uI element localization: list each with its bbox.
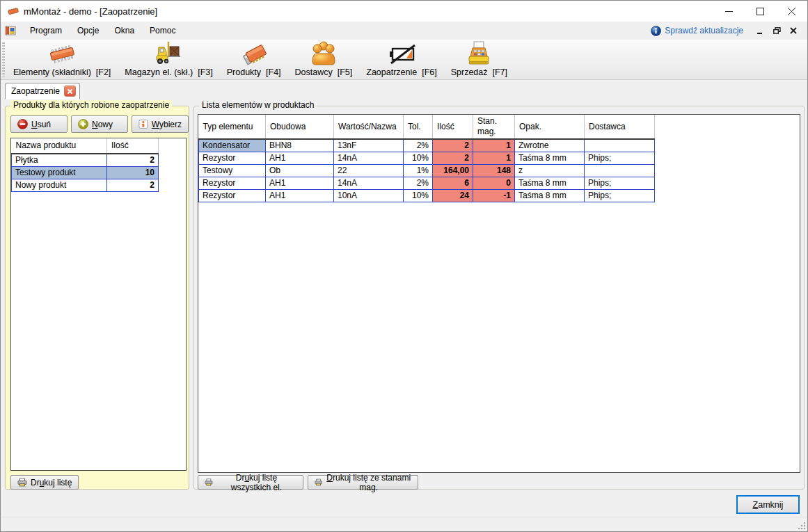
element-wartosc-cell[interactable]: 10nA [334,189,404,202]
element-tol-cell[interactable]: 2% [404,177,433,189]
choose-product-button[interactable]: Wybierz [132,115,189,133]
pcb-card-icon [239,42,269,67]
print-with-stock-button[interactable]: Drukuj listę ze stanami mag. [308,475,418,490]
element-ilosc-cell[interactable]: 164,00 [433,164,473,177]
element-ilosc-cell[interactable]: 6 [433,177,473,189]
battery-slash-icon [386,42,418,66]
element-wartosc-cell[interactable]: 13nF [334,139,404,152]
element-wartosc-cell[interactable]: 14nA [334,177,404,189]
element-typ-cell[interactable]: Rezystor [199,152,266,164]
element-opak-cell[interactable]: Taśma 8 mm [515,152,585,164]
product-name-cell[interactable]: Płytka [12,154,107,166]
printer-icon [17,478,27,487]
element-stan-cell[interactable]: 1 [473,152,515,164]
element-dostawca-cell[interactable]: Phips; [585,177,655,189]
element-dostawca-cell[interactable] [585,164,655,177]
menu-pomoc[interactable]: Pomoc [142,23,183,38]
minimize-button[interactable] [713,1,745,22]
menu-bar: Program Opcje Okna Pomoc Sprawdź aktuali… [1,22,807,40]
element-stan-cell[interactable]: 0 [473,177,515,189]
toolbar-magazyn[interactable]: Magazyn el. (skł.) [F3] [118,40,219,79]
print-all-elements-button[interactable]: Drukuj listę wszystkich el. [198,475,303,490]
element-stan-cell[interactable]: 148 [473,164,515,177]
element-dostawca-cell[interactable]: Phips; [585,152,655,164]
toolbar-zaopatrzenie[interactable]: Zaopatrzenie [F6] [359,40,443,79]
element-row[interactable]: Rezystor AH1 10nA 10% 24 -1 Taśma 8 mm P… [199,189,655,202]
products-panel-title: Produkty dla których robione zaopatrzeni… [10,100,172,110]
element-row[interactable]: Testowy Ob 22 1% 164,00 148 z [199,164,655,177]
element-row[interactable]: Rezystor AH1 14nA 2% 6 0 Taśma 8 mm Phip… [199,177,655,189]
choose-info-icon [138,119,148,129]
maximize-button[interactable] [745,1,776,22]
mdi-minimize-button[interactable] [753,24,767,37]
element-dostawca-cell[interactable] [585,139,655,152]
element-typ-cell[interactable]: Testowy [199,164,266,177]
element-opak-cell[interactable]: Taśma 8 mm [515,177,585,189]
element-obudowa-cell[interactable]: AH1 [266,177,334,189]
element-tol-cell[interactable]: 1% [404,164,433,177]
product-qty-cell[interactable]: 2 [107,154,159,166]
element-opak-cell[interactable]: Taśma 8 mm [515,189,585,202]
element-tol-cell[interactable]: 10% [404,189,433,202]
title-bar: mMontaż - demo - [Zaopatrzenie] [1,1,807,22]
printer-icon [205,478,213,487]
product-name-cell[interactable]: Nowy produkt [12,179,107,191]
resize-grip[interactable] [797,521,806,530]
close-button[interactable] [776,1,807,22]
print-list-button[interactable]: Drukuj listę [10,475,79,490]
product-row[interactable]: Nowy produkt 2 [12,179,159,191]
element-obudowa-cell[interactable]: BHN8 [266,139,334,152]
element-opak-cell[interactable]: z [515,164,585,177]
toolbar-sprzedaz[interactable]: Sprzedaż [F7] [444,40,514,79]
product-name-cell[interactable]: Testowy produkt [12,166,107,179]
toolbar-produkty[interactable]: Produkty [F4] [220,40,288,79]
delete-product-button[interactable]: Usuń [10,115,68,133]
check-updates-label: Sprawdź aktualizacje [665,26,743,35]
product-qty-cell[interactable]: 10 [107,166,159,179]
toolbar-dostawcy[interactable]: Dostawcy [F5] [288,40,360,79]
col-header-tol: Tol. [404,115,433,139]
element-opak-cell[interactable]: Zwrotne [515,139,585,152]
product-row-selected[interactable]: Testowy produkt 10 [12,166,159,179]
close-tab-button[interactable]: Zamknij [736,495,800,514]
mdi-close-button[interactable] [786,24,800,37]
toolbar-magazyn-label: Magazyn el. (skł.) [F3] [125,67,212,77]
element-tol-cell[interactable]: 10% [404,152,433,164]
products-buttons: Usuń Nowy Wybierz [10,115,189,133]
element-stan-cell[interactable]: 1 [473,139,515,152]
toolbar-dostawcy-label: Dostawcy [F5] [295,67,353,77]
element-row[interactable]: Kondensator BHN8 13nF 2% 2 1 Zwrotne [199,139,655,152]
cash-register-icon [466,40,492,67]
element-obudowa-cell[interactable]: AH1 [266,152,334,164]
element-tol-cell[interactable]: 2% [404,139,433,152]
col-header-wartosc: Wartość/Nazwa [334,115,404,139]
check-updates-link[interactable]: Sprawdź aktualizacje [651,26,743,36]
elements-list: Typ elementu Obudowa Wartość/Nazwa Tol. … [198,114,800,473]
element-wartosc-cell[interactable]: 22 [334,164,404,177]
menu-opcje[interactable]: Opcje [70,23,106,38]
element-typ-cell[interactable]: Rezystor [199,189,266,202]
mdi-restore-button[interactable] [770,24,784,37]
element-typ-cell[interactable]: Rezystor [199,177,266,189]
app-chip-icon [7,5,19,17]
tab-zaopatrzenie[interactable]: Zaopatrzenie [5,83,80,99]
tab-close-icon[interactable] [64,86,76,97]
new-product-button[interactable]: Nowy [71,115,128,133]
element-ilosc-cell[interactable]: 2 [433,139,473,152]
menu-okna[interactable]: Okna [106,23,142,38]
element-obudowa-cell[interactable]: AH1 [266,189,334,202]
element-ilosc-cell[interactable]: 2 [433,152,473,164]
product-row[interactable]: Płytka 2 [12,154,159,166]
toolbar-elementy[interactable]: Elementy (składniki) [F2] [6,40,118,79]
product-qty-cell[interactable]: 2 [107,179,159,191]
element-ilosc-cell[interactable]: 24 [433,189,473,202]
element-typ-cell[interactable]: Kondensator [199,139,266,152]
toolbar-zaopatrzenie-label: Zaopatrzenie [F6] [366,67,436,77]
element-row[interactable]: Rezystor AH1 14nA 10% 2 1 Taśma 8 mm Phi… [199,152,655,164]
element-dostawca-cell[interactable]: Phips; [585,189,655,202]
element-obudowa-cell[interactable]: Ob [266,164,334,177]
toolbar-grip[interactable] [2,42,5,76]
element-wartosc-cell[interactable]: 14nA [334,152,404,164]
element-stan-cell[interactable]: -1 [473,189,515,202]
menu-program[interactable]: Program [22,23,70,38]
